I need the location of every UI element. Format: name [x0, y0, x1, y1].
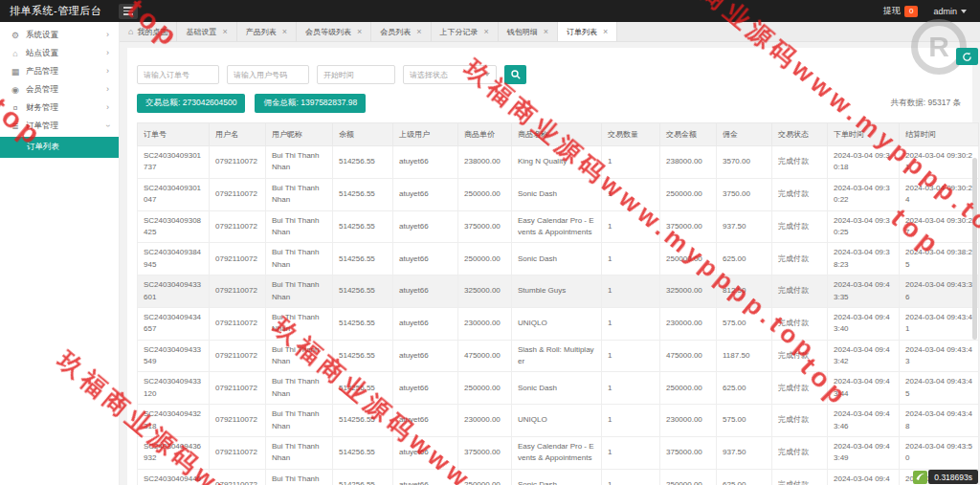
table-cell: 0792110072: [210, 307, 266, 340]
tab-2[interactable]: 产品列表×: [237, 22, 297, 41]
table-cell: 375000.00: [660, 210, 717, 243]
sidebar-item-0[interactable]: ⚙系统设置›: [0, 26, 119, 44]
order-no-input[interactable]: [137, 65, 219, 84]
user-no-input[interactable]: [227, 65, 309, 84]
table-cell: Bui Thi Thanh Nhan: [266, 307, 333, 340]
column-header: 交易金额: [660, 123, 717, 146]
table-cell: SC24030409384945: [138, 243, 210, 276]
site-icon: ⌂: [10, 49, 21, 58]
table-cell: 625.00: [717, 372, 772, 405]
status-select[interactable]: 请选择状态: [403, 65, 497, 84]
filter-bar: 请选择状态: [137, 65, 963, 84]
table-cell: King N Quality: [512, 146, 602, 179]
table-cell: 0792110072: [210, 340, 266, 372]
sidebar-item-1[interactable]: ⌂站点设置›: [0, 44, 119, 62]
sidebar-item-3[interactable]: ◉会员管理›: [0, 80, 119, 99]
close-icon[interactable]: ×: [416, 27, 421, 36]
table-cell: 1: [602, 340, 660, 372]
tab-0[interactable]: ⌂我的桌面: [120, 22, 177, 41]
withdraw-count-badge: 0: [904, 6, 918, 17]
table-cell: 2024-03-04 09:30:18: [828, 146, 900, 179]
status-select-placeholder: 请选择状态: [410, 70, 448, 80]
tab-7[interactable]: 订单列表×: [558, 22, 617, 41]
table-cell: 2024-03-04 09:43:50: [900, 437, 979, 470]
close-icon[interactable]: ×: [544, 27, 548, 36]
table-cell: Easy Calendar Pro - Events & Appointment…: [512, 210, 602, 243]
tab-label: 上下分记录: [440, 27, 479, 37]
table-cell: 2024-03-04 09:43:49: [828, 437, 900, 470]
table-cell: Sonic Dash: [512, 372, 602, 405]
chevron-right-icon: ›: [106, 31, 109, 39]
table-cell: 0792110072: [210, 372, 266, 405]
tab-1[interactable]: 基础设置×: [177, 22, 236, 41]
chevron-down-icon: ›: [103, 124, 112, 127]
tab-6[interactable]: 钱包明细×: [499, 22, 558, 41]
close-icon[interactable]: ×: [282, 27, 287, 36]
table-cell: 2024-03-04 09:43:43: [900, 340, 979, 372]
table-cell: 完成付款: [772, 405, 828, 437]
sidebar-item-2[interactable]: ▦产品管理›: [0, 62, 119, 80]
sidebar-item-label: 财务管理: [26, 102, 58, 114]
runtime-badge: 0.318693s: [913, 470, 978, 484]
table-cell: 2024-03-04 09:43:35: [828, 276, 900, 308]
tab-3[interactable]: 会员等级列表×: [297, 22, 371, 41]
gear-icon: ⚙: [10, 31, 21, 40]
chevron-down-icon: [961, 10, 967, 13]
table-cell: 2024-03-04 09:43:44: [828, 372, 900, 405]
sidebar-item-4[interactable]: ¤财务管理›: [0, 99, 119, 117]
search-button[interactable]: [504, 65, 526, 84]
table-cell: 1: [602, 146, 660, 179]
close-icon[interactable]: ×: [484, 27, 489, 36]
table-cell: 2024-03-04 09:30:22: [828, 178, 900, 210]
table-cell: Bui Thi Thanh Nhan: [266, 276, 333, 308]
table-cell: 2024-03-04 09:43:45: [900, 372, 979, 405]
column-header: 交易状态: [772, 123, 828, 146]
withdraw-menu[interactable]: 提现 0: [883, 5, 918, 17]
sidebar-item-label: 会员管理: [26, 84, 58, 96]
sidebar-subitem-order-list[interactable]: 订单列表: [0, 137, 119, 158]
home-icon: ⌂: [128, 27, 133, 36]
tab-5[interactable]: 上下分记录×: [432, 22, 499, 41]
table-cell: SC24030409301737: [138, 146, 210, 179]
refresh-button[interactable]: [956, 48, 978, 65]
search-icon: [511, 70, 521, 79]
table-cell: SC24030409446155: [138, 469, 210, 485]
record-count: 共有数据: 95317 条: [891, 98, 963, 109]
table-cell: UNIQLO: [512, 307, 602, 340]
close-icon[interactable]: ×: [222, 27, 227, 36]
table-cell: 325000.00: [660, 276, 717, 308]
column-header: 商品名称: [512, 123, 602, 146]
table-cell: 2024-03-04 09:38:25: [900, 243, 979, 276]
table-cell: 完成付款: [772, 469, 828, 485]
column-header: 用户名: [210, 123, 266, 146]
table-cell: 完成付款: [772, 178, 828, 210]
close-icon[interactable]: ×: [357, 27, 362, 36]
tab-4[interactable]: 会员列表×: [371, 22, 431, 41]
table-cell: 1: [602, 210, 660, 243]
table-cell: SC24030409434657: [138, 307, 210, 340]
table-cell: atuyet66: [393, 307, 458, 340]
table-cell: Bui Thi Thanh Nhan: [266, 372, 333, 405]
table-cell: 1: [602, 178, 660, 210]
scrollbar[interactable]: [972, 158, 977, 340]
close-icon[interactable]: ×: [603, 27, 608, 36]
table-row: SC240304094336010792110072Bui Thi Thanh …: [138, 276, 979, 308]
refresh-icon: [962, 52, 972, 62]
table-cell: UNIQLO: [512, 405, 602, 437]
hamburger-menu-icon[interactable]: [119, 4, 138, 19]
table-cell: 1: [602, 372, 660, 405]
table-cell: 0792110072: [210, 178, 266, 210]
elapsed-time: 0.318693s: [928, 470, 978, 484]
user-menu[interactable]: admin: [933, 7, 967, 16]
main-content: 请选择状态 交易总额: 273042604500 佣金总额: 139758283…: [120, 42, 980, 485]
table-cell: Bui Thi Thanh Nhan: [266, 340, 333, 372]
table-cell: 3570.00: [717, 146, 772, 179]
sidebar-item-5[interactable]: ≣订单管理›: [0, 117, 119, 135]
start-time-input[interactable]: [317, 65, 395, 84]
column-header: 结算时间: [900, 123, 979, 146]
table-cell: 1: [602, 307, 660, 340]
sidebar-item-label: 系统设置: [26, 30, 58, 41]
table-cell: SC24030409432318: [138, 405, 210, 437]
table-cell: 812.50: [717, 276, 772, 308]
table-cell: 238000.00: [458, 146, 512, 179]
